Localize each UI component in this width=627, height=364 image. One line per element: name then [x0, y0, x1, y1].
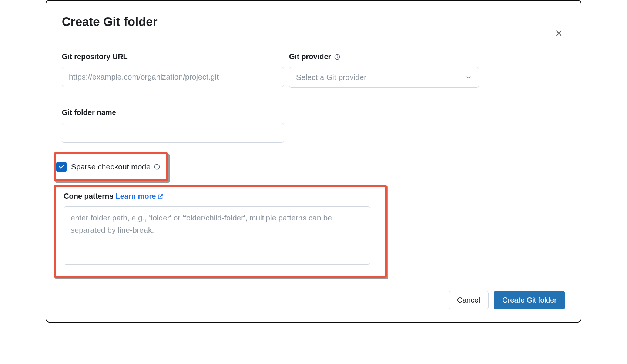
svg-point-4 — [337, 55, 338, 56]
learn-more-link[interactable]: Learn more — [115, 192, 164, 200]
folder-name-input[interactable] — [62, 123, 284, 143]
sparse-checkout-highlight: Sparse checkout mode — [54, 152, 168, 181]
git-provider-placeholder: Select a Git provider — [296, 73, 366, 82]
learn-more-text: Learn more — [115, 192, 156, 200]
cancel-button[interactable]: Cancel — [449, 291, 489, 309]
info-icon — [154, 164, 160, 170]
create-button[interactable]: Create Git folder — [494, 291, 565, 309]
git-provider-label-text: Git provider — [289, 53, 331, 61]
cone-patterns-label-row: Cone patterns Learn more — [64, 192, 370, 200]
repo-and-provider-row: Git repository URL Git provider Select a… — [62, 53, 565, 88]
cone-patterns-label: Cone patterns — [64, 192, 113, 200]
git-provider-field: Git provider Select a Git provider — [289, 53, 479, 88]
external-link-icon — [157, 193, 164, 200]
dialog-footer: Cancel Create Git folder — [62, 291, 565, 309]
check-icon — [58, 164, 65, 170]
git-provider-label: Git provider — [289, 53, 479, 61]
cone-patterns-highlight: Cone patterns Learn more — [54, 185, 387, 278]
cone-patterns-textarea[interactable] — [64, 206, 370, 265]
sparse-checkout-label-wrap: Sparse checkout mode — [71, 162, 160, 171]
close-icon — [555, 29, 563, 37]
info-icon — [334, 54, 341, 60]
repo-url-field: Git repository URL — [62, 53, 284, 88]
repo-url-input[interactable] — [62, 67, 284, 87]
close-button[interactable] — [553, 27, 565, 41]
folder-name-field: Git folder name — [62, 108, 284, 143]
title-row: Create Git folder — [62, 15, 565, 53]
svg-point-7 — [157, 165, 157, 166]
page-title: Create Git folder — [62, 15, 158, 29]
sparse-checkout-label: Sparse checkout mode — [71, 162, 151, 171]
folder-name-row: Git folder name — [62, 108, 565, 143]
sparse-checkout-checkbox[interactable] — [56, 162, 67, 172]
folder-name-label: Git folder name — [62, 108, 284, 117]
create-git-folder-dialog: Create Git folder Git repository URL Git… — [46, 0, 581, 323]
git-provider-select[interactable]: Select a Git provider — [289, 67, 479, 88]
chevron-down-icon — [465, 74, 472, 81]
repo-url-label: Git repository URL — [62, 53, 284, 61]
